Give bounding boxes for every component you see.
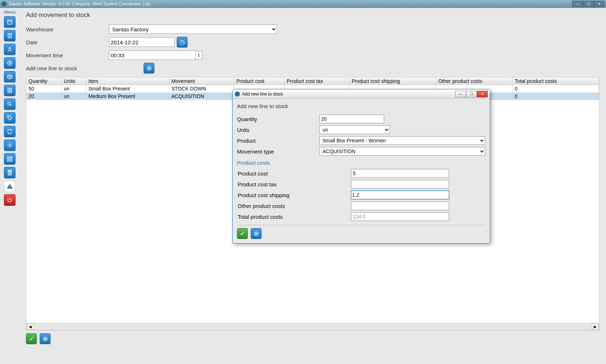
svg-rect-9	[8, 157, 9, 159]
th-movement[interactable]: Movement	[169, 77, 234, 85]
gear-icon[interactable]	[4, 139, 16, 151]
power-icon[interactable]	[4, 194, 16, 206]
th-product-cost-shipping[interactable]: Product cost shipping	[350, 77, 436, 85]
tag-icon[interactable]	[4, 112, 16, 124]
dlg-units-label: Units	[237, 127, 319, 133]
svg-point-17	[10, 173, 11, 173]
dialog-heading: Add new line to stock	[237, 103, 486, 109]
page-title: Add movement to stock	[26, 12, 600, 19]
dlg-other-product-costs-input[interactable]	[351, 201, 449, 210]
menu-label: Menu	[4, 9, 16, 15]
svg-rect-11	[8, 160, 9, 161]
warehouse-label: Warehouse	[26, 26, 109, 32]
svg-point-15	[9, 173, 9, 173]
movement-time-input[interactable]	[109, 50, 196, 60]
app-icon	[1, 1, 6, 6]
dlg-product-label: Product	[237, 138, 319, 144]
add-line-dialog: Add new line to stock — ☐ ✕ Add new line…	[232, 89, 490, 244]
warehouse-select[interactable]: Santas Factory	[109, 25, 277, 34]
horizontal-scrollbar[interactable]: ◀ ▶	[26, 323, 599, 330]
document-icon[interactable]	[4, 30, 16, 41]
svg-rect-12	[10, 160, 12, 161]
th-product-cost[interactable]: Product cost	[234, 77, 285, 85]
scroll-right-button[interactable]: ▶	[592, 323, 599, 330]
dlg-product-cost-tax-input[interactable]	[351, 180, 449, 188]
date-picker-button[interactable]	[177, 37, 188, 48]
dlg-movement-type-select[interactable]: ACQUISITION	[319, 147, 485, 156]
th-quantity[interactable]: Quantity	[26, 77, 62, 85]
dlg-movement-type-label: Movement type	[237, 148, 319, 155]
dlg-product-cost-shipping-input[interactable]	[351, 191, 449, 199]
confirm-button[interactable]	[26, 333, 37, 344]
svg-point-16	[10, 173, 10, 173]
dialog-minimize-button[interactable]: —	[455, 91, 466, 97]
svg-point-19	[10, 174, 10, 174]
svg-point-20	[10, 174, 11, 174]
th-units[interactable]: Units	[62, 77, 86, 85]
scroll-left-button[interactable]: ◀	[27, 323, 34, 330]
svg-rect-10	[10, 157, 12, 159]
dialog-maximize-button[interactable]: ☐	[466, 91, 477, 97]
movement-time-label: Movement time	[26, 52, 109, 58]
svg-point-6	[8, 102, 11, 105]
dlg-other-product-costs-label: Other product costs	[237, 203, 351, 209]
window-close-button[interactable]	[594, 1, 605, 7]
dlg-product-select[interactable]: Small Box Present - Women	[319, 136, 485, 145]
th-product-cost-tax[interactable]: Product cost tax	[285, 77, 350, 85]
th-other-product-costs[interactable]: Other product costs	[436, 77, 513, 85]
add-new-line-label: Add new line to stock	[26, 65, 141, 71]
dlg-quantity-label: Quantity	[237, 116, 319, 122]
dlg-product-costs-section: Product costs	[237, 160, 486, 166]
dlg-cancel-button[interactable]	[251, 228, 262, 239]
sync-icon[interactable]	[4, 126, 16, 137]
dlg-total-product-costs-label: Total product costs	[237, 214, 351, 220]
window-titlebar: Daidze Software Version: 0.0.82 Company:…	[0, 0, 606, 8]
calculator-icon[interactable]	[4, 167, 16, 178]
table-header: Quantity Units Item Movement Product cos…	[26, 77, 599, 85]
dlg-product-cost-tax-label: Product cost tax	[237, 181, 351, 187]
date-label: Date	[26, 39, 109, 45]
dlg-confirm-button[interactable]	[237, 228, 248, 239]
window-maximize-button[interactable]	[583, 1, 594, 7]
svg-point-18	[9, 174, 9, 174]
sidebar: Menu	[0, 8, 19, 364]
warning-icon[interactable]	[4, 181, 16, 192]
money-icon[interactable]	[4, 57, 16, 69]
user-icon[interactable]	[4, 44, 16, 55]
th-total-product-costs[interactable]: Total product costs	[513, 77, 599, 85]
window-title: Daidze Software Version: 0.0.82 Company:…	[9, 1, 150, 6]
svg-rect-0	[8, 20, 12, 24]
dlg-product-cost-shipping-label: Product cost shipping	[237, 192, 351, 198]
dialog-titlebar[interactable]: Add new line to stock — ☐ ✕	[233, 89, 490, 99]
svg-point-5	[9, 89, 10, 90]
dlg-units-select[interactable]: un	[319, 125, 390, 134]
svg-point-21	[9, 187, 10, 188]
svg-point-2	[9, 48, 11, 49]
dlg-product-cost-label: Product cost	[237, 170, 351, 177]
box-icon[interactable]	[4, 71, 16, 83]
dialog-close-button[interactable]: ✕	[477, 91, 488, 97]
dlg-quantity-input[interactable]	[319, 115, 384, 123]
contacts-icon[interactable]	[4, 85, 16, 96]
grid-icon[interactable]	[4, 153, 16, 165]
window-minimize-button[interactable]	[572, 1, 583, 7]
date-input[interactable]	[109, 37, 175, 47]
dialog-title: Add new line to stock	[242, 92, 283, 97]
main-content: Add movement to stock Warehouse Santas F…	[19, 8, 606, 364]
dialog-app-icon	[235, 92, 240, 97]
search-icon[interactable]	[4, 98, 16, 110]
dlg-total-product-costs-input	[351, 212, 449, 221]
svg-point-7	[9, 117, 9, 117]
add-line-button[interactable]	[144, 63, 154, 74]
time-spinner[interactable]: ▲▼	[195, 51, 202, 59]
th-item[interactable]: Item	[86, 77, 169, 85]
svg-point-8	[9, 145, 11, 146]
cancel-button[interactable]	[40, 333, 50, 344]
svg-rect-14	[9, 171, 11, 172]
calendar-icon[interactable]	[4, 16, 16, 28]
dlg-product-cost-input[interactable]	[351, 169, 449, 178]
